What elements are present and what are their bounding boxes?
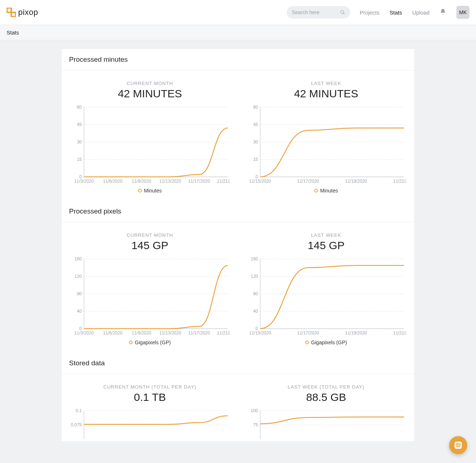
chart-minutes-month: CURRENT MONTH 42 MINUTES 01530456011/3/2… — [69, 81, 231, 194]
avatar-initials: MK — [459, 9, 467, 15]
svg-text:11/6/2020: 11/6/2020 — [103, 179, 122, 184]
svg-text:120: 120 — [250, 274, 258, 279]
chart-minutes-week: LAST WEEK 42 MINUTES 01530456011/15/2020… — [245, 81, 407, 194]
chart-pixels-week: LAST WEEK 145 GP 0408012016011/15/202011… — [245, 232, 407, 345]
legend-label: Minutes — [320, 188, 338, 194]
chart-svg: 0408012016011/15/202011/17/202011/19/202… — [246, 257, 406, 337]
svg-text:15: 15 — [253, 157, 258, 162]
chart-label: LAST WEEK (TOTAL PER DAY) — [245, 384, 407, 390]
legend-marker-icon — [305, 342, 309, 343]
svg-text:45: 45 — [253, 122, 258, 127]
svg-text:11/21/2020: 11/21/2020 — [393, 179, 406, 184]
svg-text:11/15/2020: 11/15/2020 — [249, 330, 271, 336]
chart-row-stored: CURRENT MONTH (TOTAL PER DAY) 0.1 TB 0.0… — [62, 374, 414, 441]
chart-label: CURRENT MONTH — [69, 81, 231, 86]
svg-text:11/13/2020: 11/13/2020 — [159, 179, 181, 184]
svg-text:11/19/2020: 11/19/2020 — [345, 179, 367, 184]
chart-value: 42 MINUTES — [245, 88, 407, 100]
svg-text:11/21/2020: 11/21/2020 — [393, 330, 406, 336]
chart-svg: 01530456011/15/202011/17/202011/19/20201… — [246, 105, 406, 185]
chart-svg: 01530456011/3/202011/6/202011/9/202011/1… — [70, 105, 230, 185]
chart-svg: 0408012016011/3/202011/6/202011/9/202011… — [70, 257, 230, 337]
svg-text:60: 60 — [77, 105, 82, 110]
chart-label: LAST WEEK — [245, 81, 407, 86]
notifications-button[interactable] — [440, 8, 446, 16]
svg-text:11/17/2020: 11/17/2020 — [297, 179, 319, 184]
search-box[interactable] — [287, 6, 350, 19]
chart-stored-month: CURRENT MONTH (TOTAL PER DAY) 0.1 TB 0.0… — [69, 384, 231, 441]
section-title-pixels: Processed pixels — [62, 201, 414, 222]
brand-logo[interactable]: pixop — [7, 8, 38, 17]
section-title-minutes: Processed minutes — [62, 49, 414, 70]
svg-text:11/13/2020: 11/13/2020 — [159, 330, 181, 336]
svg-text:11/21/2020: 11/21/2020 — [217, 330, 230, 336]
legend-marker-icon — [129, 342, 133, 343]
svg-rect-1 — [11, 12, 16, 17]
chart-pixels-month: CURRENT MONTH 145 GP 0408012016011/3/202… — [69, 232, 231, 345]
svg-text:11/21/2020: 11/21/2020 — [217, 179, 230, 184]
section-title-stored: Stored data — [62, 353, 414, 374]
svg-text:11/15/2020: 11/15/2020 — [249, 179, 271, 184]
chart-row-pixels: CURRENT MONTH 145 GP 0408012016011/3/202… — [62, 222, 414, 353]
svg-text:40: 40 — [77, 309, 82, 314]
chart-label: LAST WEEK — [245, 232, 407, 238]
svg-text:30: 30 — [253, 139, 258, 145]
bell-icon — [440, 8, 446, 15]
svg-text:40: 40 — [253, 309, 258, 314]
svg-text:0.1: 0.1 — [76, 409, 82, 413]
chart-legend: Gigapixels (GP) — [245, 340, 407, 345]
svg-text:75: 75 — [253, 422, 258, 427]
svg-text:11/3/2020: 11/3/2020 — [74, 179, 94, 184]
app-header: pixop Projects Stats Upload MK — [0, 0, 476, 25]
svg-text:11/17/2020: 11/17/2020 — [188, 330, 210, 336]
nav-upload[interactable]: Upload — [412, 9, 429, 16]
svg-point-2 — [341, 11, 344, 13]
breadcrumb: Stats — [0, 25, 476, 40]
chat-icon — [453, 440, 463, 441]
svg-text:160: 160 — [74, 257, 81, 261]
brand-name: pixop — [18, 8, 38, 17]
chart-value: 88.5 GB — [245, 391, 407, 403]
search-input[interactable] — [292, 9, 335, 15]
pixop-logo-icon — [7, 8, 16, 17]
svg-text:11/17/2020: 11/17/2020 — [188, 179, 210, 184]
chart-label: CURRENT MONTH (TOTAL PER DAY) — [69, 384, 231, 390]
svg-text:30: 30 — [77, 139, 82, 145]
chart-legend: Minutes — [245, 188, 407, 194]
chart-row-minutes: CURRENT MONTH 42 MINUTES 01530456011/3/2… — [62, 70, 414, 201]
svg-line-3 — [343, 13, 345, 15]
nav-projects[interactable]: Projects — [360, 9, 379, 16]
breadcrumb-stats[interactable]: Stats — [7, 29, 19, 36]
svg-text:11/3/2020: 11/3/2020 — [74, 330, 94, 336]
svg-text:160: 160 — [250, 257, 258, 261]
legend-marker-icon — [314, 190, 318, 191]
chart-legend: Minutes — [69, 188, 231, 194]
svg-text:11/17/2020: 11/17/2020 — [297, 330, 319, 336]
main-nav: Projects Stats Upload MK — [360, 6, 469, 19]
chart-legend: Gigapixels (GP) — [69, 340, 231, 345]
legend-label: Gigapixels (GP) — [135, 340, 171, 345]
svg-text:11/9/2020: 11/9/2020 — [132, 179, 151, 184]
search-icon — [340, 10, 345, 15]
nav-stats[interactable]: Stats — [390, 9, 402, 16]
legend-label: Gigapixels (GP) — [311, 340, 347, 345]
legend-label: Minutes — [144, 188, 162, 194]
svg-text:120: 120 — [74, 274, 81, 279]
svg-text:0.075: 0.075 — [70, 422, 81, 427]
chart-label: CURRENT MONTH — [69, 232, 231, 238]
legend-marker-icon — [138, 190, 142, 191]
svg-text:80: 80 — [77, 291, 82, 296]
svg-text:11/19/2020: 11/19/2020 — [345, 330, 367, 336]
chart-value: 42 MINUTES — [69, 88, 231, 100]
svg-text:11/9/2020: 11/9/2020 — [132, 330, 151, 336]
avatar[interactable]: MK — [456, 6, 469, 19]
svg-text:80: 80 — [253, 291, 258, 296]
chart-svg: 75100 — [246, 409, 406, 441]
svg-text:60: 60 — [253, 105, 258, 110]
svg-text:100: 100 — [250, 409, 258, 413]
chart-svg: 0.0750.1 — [70, 409, 230, 441]
chart-stored-week: LAST WEEK (TOTAL PER DAY) 88.5 GB 75100 — [245, 384, 407, 441]
svg-text:45: 45 — [77, 122, 82, 127]
svg-text:11/6/2020: 11/6/2020 — [103, 330, 122, 336]
svg-text:15: 15 — [77, 157, 82, 162]
